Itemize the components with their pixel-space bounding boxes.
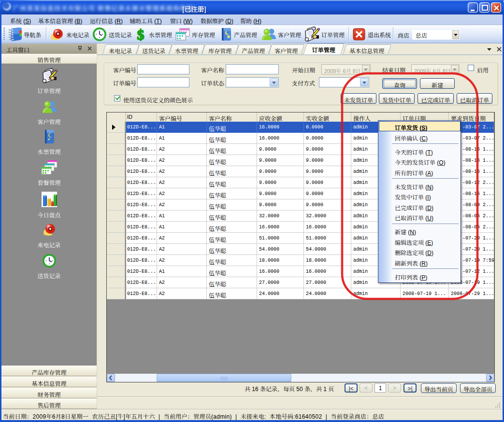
svg-text:$: $ <box>137 27 144 42</box>
